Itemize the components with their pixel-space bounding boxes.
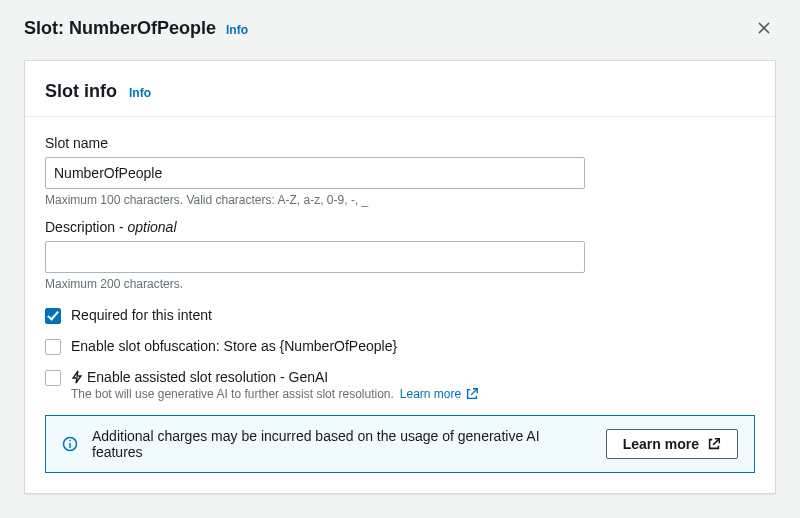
banner-text: Additional charges may be incurred based… — [92, 428, 592, 460]
genai-label: Enable assisted slot resolution - GenAI — [87, 369, 328, 385]
charges-banner: Additional charges may be incurred based… — [45, 415, 755, 473]
checkbox-group: Required for this intent Enable slot obf… — [45, 307, 755, 401]
genai-checkbox[interactable] — [45, 370, 61, 386]
svg-point-2 — [69, 440, 71, 442]
required-checkbox[interactable] — [45, 308, 61, 324]
genai-learn-more-link[interactable]: Learn more — [400, 387, 479, 401]
genai-sub-text: The bot will use generative AI to furthe… — [71, 387, 394, 401]
learn-more-button[interactable]: Learn more — [606, 429, 738, 459]
obfuscation-check-row[interactable]: Enable slot obfuscation: Store as {Numbe… — [45, 338, 755, 355]
description-optional: optional — [127, 219, 176, 235]
external-icon — [707, 437, 721, 451]
slot-info-panel: Slot info Info Slot name Maximum 100 cha… — [24, 60, 776, 494]
description-label-text: Description - — [45, 219, 127, 235]
dialog-header: Slot: NumberOfPeople Info — [0, 0, 800, 48]
required-check-row[interactable]: Required for this intent — [45, 307, 755, 324]
panel-header: Slot info Info — [25, 61, 775, 117]
external-icon — [465, 387, 479, 401]
learn-more-button-text: Learn more — [623, 436, 699, 452]
header-info-link[interactable]: Info — [226, 23, 248, 37]
title-prefix: Slot: — [24, 18, 69, 38]
genai-learn-more-text: Learn more — [400, 387, 461, 401]
description-hint: Maximum 200 characters. — [45, 277, 755, 291]
close-button[interactable] — [752, 16, 776, 40]
description-label: Description - optional — [45, 219, 755, 235]
slot-name-field: Slot name Maximum 100 characters. Valid … — [45, 135, 755, 207]
info-icon — [62, 436, 78, 452]
genai-sub: The bot will use generative AI to furthe… — [71, 387, 479, 401]
slot-dialog: Slot: NumberOfPeople Info Slot info Info… — [0, 0, 800, 518]
genai-label-row[interactable]: Enable assisted slot resolution - GenAI — [71, 369, 479, 385]
page-title: Slot: NumberOfPeople Info — [24, 18, 248, 39]
title-name: NumberOfPeople — [69, 18, 216, 38]
slot-name-input[interactable] — [45, 157, 585, 189]
panel-title: Slot info — [45, 81, 117, 102]
genai-check-row: Enable assisted slot resolution - GenAI … — [45, 369, 755, 401]
slot-name-label: Slot name — [45, 135, 755, 151]
slot-name-hint: Maximum 100 characters. Valid characters… — [45, 193, 755, 207]
required-label: Required for this intent — [71, 307, 212, 323]
panel-body: Slot name Maximum 100 characters. Valid … — [25, 117, 775, 493]
lightning-icon — [71, 370, 83, 384]
obfuscation-checkbox[interactable] — [45, 339, 61, 355]
description-field: Description - optional Maximum 200 chara… — [45, 219, 755, 291]
close-icon — [756, 20, 772, 36]
panel-info-link[interactable]: Info — [129, 86, 151, 100]
obfuscation-label: Enable slot obfuscation: Store as {Numbe… — [71, 338, 397, 354]
description-input[interactable] — [45, 241, 585, 273]
